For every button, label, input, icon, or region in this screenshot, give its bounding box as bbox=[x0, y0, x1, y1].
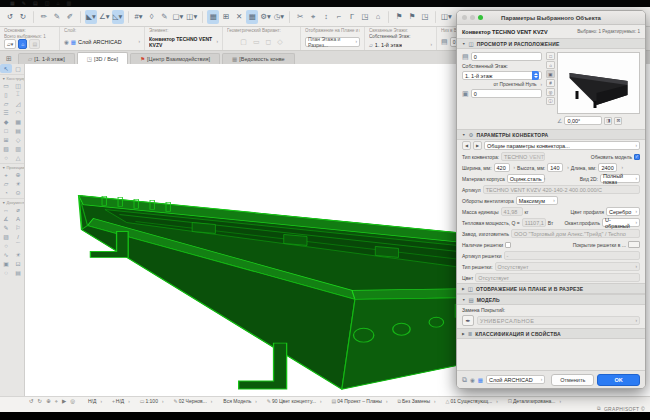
chevron-icon[interactable]: › bbox=[215, 39, 219, 44]
toolbar-icon[interactable]: ↕ bbox=[320, 10, 332, 24]
design-tool-icon[interactable]: ▧ bbox=[0, 144, 12, 153]
quick-view-icon[interactable]: ◎ bbox=[70, 398, 75, 405]
design-tool-icon[interactable]: ◿ bbox=[12, 99, 24, 108]
preview-mode-button[interactable]: ▣ bbox=[546, 70, 555, 78]
design-tool-icon[interactable]: ▭ bbox=[0, 81, 12, 90]
element-name[interactable]: Конвектор TECHNO VENT KVZV bbox=[149, 36, 213, 48]
tab-overview-button[interactable]: ⊞ bbox=[2, 53, 16, 64]
view-tab[interactable]: ⚑ [Центр Взаимодействия] bbox=[130, 53, 220, 64]
toolbar-icon[interactable]: ◫▾ bbox=[440, 10, 453, 24]
arrow-tool[interactable]: ↖ bbox=[0, 64, 12, 73]
close-button[interactable] bbox=[462, 15, 467, 20]
eye-icon[interactable]: ◉ bbox=[64, 39, 69, 45]
toolbar-icon[interactable]: ✕ bbox=[233, 10, 245, 24]
geometry-method-icon[interactable]: ▢ bbox=[240, 38, 247, 46]
view-tab[interactable]: ◳ [3D / Все] bbox=[77, 52, 128, 64]
marquee-tool[interactable]: ▢ bbox=[12, 64, 24, 73]
material-dropdown[interactable]: Оцинк.сталь› bbox=[507, 174, 545, 183]
section-floorplan-section[interactable]: ▶ ◫ ОТОБРАЖЕНИЕ НА ПЛАНЕ И В РАЗРЕЗЕ bbox=[457, 283, 645, 294]
view-tool-icon[interactable]: ☀ bbox=[12, 179, 24, 188]
toolbar-icon[interactable]: ◳ bbox=[419, 10, 431, 24]
stepper-control[interactable] bbox=[532, 71, 539, 80]
toolbar-icon[interactable]: Γ bbox=[346, 10, 358, 24]
document-tool-icon[interactable]: ⌒ bbox=[12, 241, 24, 250]
toolbar-icon[interactable]: ✏ bbox=[38, 10, 50, 24]
toolbar-icon[interactable]: #▾ bbox=[133, 10, 145, 24]
view-tool-icon[interactable]: ⊙ bbox=[12, 188, 24, 197]
dialog-titlebar[interactable]: Параметры Выбранного Объекта bbox=[457, 11, 645, 25]
quick-view-icon[interactable]: ⌖ bbox=[55, 398, 58, 405]
document-tool-icon[interactable]: ○ bbox=[0, 241, 12, 250]
view-tool-icon[interactable]: ▱ bbox=[0, 179, 12, 188]
toolbar-icon[interactable]: ∠▾ bbox=[98, 10, 111, 24]
toolbox-section-document[interactable]: ▼Документир bbox=[0, 198, 24, 205]
toolbar-icon[interactable]: ↻ bbox=[17, 10, 29, 24]
toolbar-icon[interactable]: ✎ bbox=[51, 10, 63, 24]
toolbar-icon[interactable] bbox=[80, 11, 81, 23]
section-preview-position[interactable]: ▼ ◫ ПРОСМОТР И РАСПОЛОЖЕНИЕ bbox=[457, 38, 645, 49]
length-input[interactable]: 2400 bbox=[598, 163, 617, 172]
width-input[interactable]: 420 bbox=[494, 163, 510, 172]
geometry-method-icon[interactable]: ▭ bbox=[253, 38, 260, 46]
preview-mode-button[interactable]: ⓘ bbox=[546, 97, 555, 105]
parameter-page-dropdown[interactable]: Общие параметры конвектора... › bbox=[484, 141, 640, 150]
home-story-dropdown[interactable]: 1. 1-й этаж bbox=[462, 71, 542, 80]
toolbar-icon[interactable] bbox=[435, 11, 436, 23]
status-dropdown[interactable]: Вся Модель › bbox=[219, 398, 259, 405]
document-tool-icon[interactable]: ⊡ bbox=[12, 259, 24, 268]
document-tool-icon[interactable]: ▣ bbox=[0, 259, 12, 268]
toolbar-icon[interactable]: ⌖ bbox=[307, 10, 319, 24]
status-dropdown[interactable]: ▭ 1:100 › bbox=[137, 398, 167, 405]
toolbar-icon[interactable]: ⚑ bbox=[393, 10, 405, 24]
toolbar-icon[interactable] bbox=[388, 11, 389, 23]
toolbar-icon[interactable]: ⌐ bbox=[333, 10, 345, 24]
toolbox-section-views[interactable]: ▼Проекции bbox=[0, 163, 24, 170]
next-page-button[interactable]: ▶ bbox=[473, 141, 482, 150]
quick-view-icon[interactable]: ↻ bbox=[38, 398, 43, 405]
ok-button[interactable]: OK bbox=[597, 374, 640, 386]
view-tool-icon[interactable]: ⊕ bbox=[12, 170, 24, 179]
toolbar-icon[interactable]: ◫▾ bbox=[185, 10, 198, 24]
toolbar-icon[interactable] bbox=[202, 11, 203, 23]
design-tool-icon[interactable]: ◇ bbox=[12, 135, 24, 144]
section-convector-parameters[interactable]: ▼ ⚙ ПАРАМЕТРЫ КОНВЕКТОРА bbox=[457, 129, 645, 140]
edge-profile-dropdown[interactable]: U-образный› bbox=[602, 218, 640, 227]
document-tool-icon[interactable]: ↔ bbox=[0, 205, 12, 214]
view-tool-icon[interactable]: ◔ bbox=[0, 188, 12, 197]
design-tool-icon[interactable]: ▱ bbox=[0, 99, 12, 108]
status-dropdown[interactable]: ✎ 90 Цвет концепту... › bbox=[264, 398, 325, 405]
toolbar-icon[interactable]: ⚑ bbox=[406, 10, 418, 24]
quick-view-icon[interactable]: ↺ bbox=[29, 398, 34, 405]
status-dropdown[interactable]: ⧉ Без Замены › bbox=[394, 398, 438, 405]
document-tool-icon[interactable]: ✎ bbox=[0, 223, 12, 232]
design-tool-icon[interactable]: ▤ bbox=[12, 126, 24, 135]
toolbar-icon[interactable] bbox=[128, 11, 129, 23]
favorites-button[interactable]: ⌂ bbox=[18, 39, 27, 49]
design-tool-icon[interactable]: △ bbox=[12, 153, 24, 162]
document-tool-icon[interactable]: ⚐ bbox=[12, 223, 24, 232]
toolbar-icon[interactable]: ✐ bbox=[64, 10, 76, 24]
design-tool-icon[interactable]: ▥ bbox=[12, 144, 24, 153]
chevron-icon[interactable]: › bbox=[539, 82, 543, 87]
document-tool-icon[interactable]: A bbox=[12, 214, 24, 223]
status-dropdown[interactable]: ⊡ Детализирована... › bbox=[505, 398, 564, 405]
toolbar-icon[interactable]: ▦ bbox=[246, 10, 258, 24]
display-dropdown[interactable]: План Этажа и Разрез...› bbox=[305, 37, 360, 47]
preview-mode-button[interactable]: □ bbox=[546, 52, 555, 60]
toolbar-icon[interactable]: ◣▾ bbox=[85, 10, 97, 24]
datum-label[interactable]: от Проектный Нуль bbox=[493, 82, 536, 87]
geometry-method-icon[interactable]: ◻ bbox=[266, 38, 272, 46]
chevron-icon[interactable]: › bbox=[137, 39, 141, 44]
document-tool-icon[interactable]: / bbox=[12, 232, 24, 241]
design-tool-icon[interactable]: ⊞ bbox=[0, 135, 12, 144]
toolbar-icon[interactable]: ✎ bbox=[159, 10, 171, 24]
view-tab[interactable]: ▦ [Ведомость конве bbox=[222, 53, 295, 64]
home-story-value[interactable]: 1. 1-й этаж bbox=[375, 42, 403, 48]
design-tool-icon[interactable]: ▦ bbox=[12, 117, 24, 126]
paint-icon[interactable]: ✒ bbox=[462, 315, 474, 326]
section-classification[interactable]: ▶ ≣ КЛАССИФИКАЦИЯ И СВОЙСТВА bbox=[457, 328, 645, 339]
document-tool-icon[interactable]: ⌀ bbox=[12, 205, 24, 214]
status-dropdown[interactable]: Н/Д › bbox=[84, 398, 105, 405]
toolbar-icon[interactable]: ◺▾ bbox=[112, 10, 124, 24]
section-model[interactable]: ▼ ▤ МОДЕЛЬ bbox=[457, 294, 645, 305]
